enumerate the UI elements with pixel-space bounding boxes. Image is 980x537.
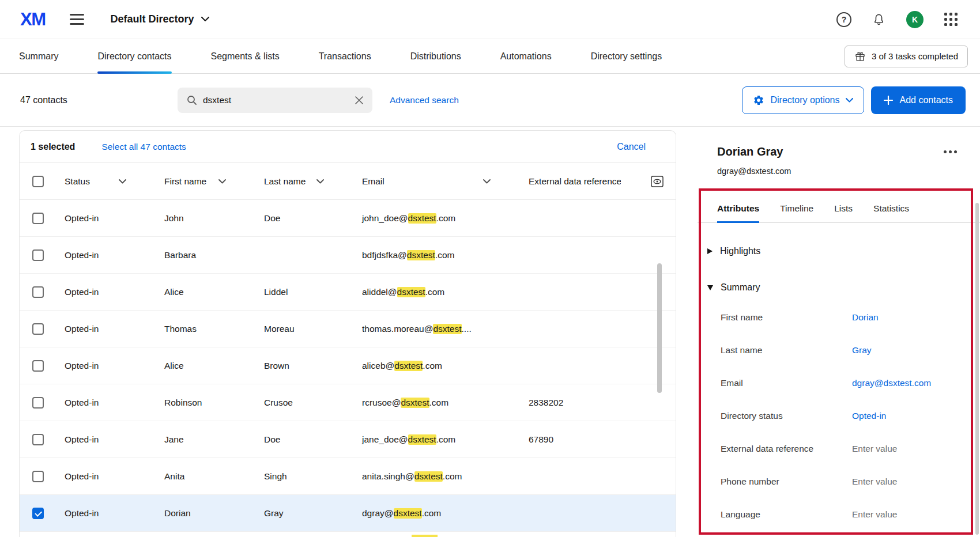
chevron-down-icon bbox=[201, 17, 209, 22]
attribute-value[interactable]: Opted-in bbox=[852, 411, 886, 421]
column-header-external-ref[interactable]: External data reference bbox=[516, 175, 676, 188]
contact-detail-panel: Dorian Gray dgray@dsxtest.com Attributes… bbox=[698, 130, 980, 537]
row-checkbox[interactable] bbox=[32, 249, 44, 261]
add-contacts-label: Add contacts bbox=[900, 95, 953, 105]
column-header-first-name[interactable]: First name bbox=[152, 176, 251, 187]
user-avatar[interactable]: K bbox=[906, 11, 924, 28]
expanded-triangle-icon bbox=[707, 285, 713, 290]
attribute-value[interactable]: Dorian bbox=[852, 312, 879, 323]
tab-automations[interactable]: Automations bbox=[500, 39, 552, 73]
cell-status: Opted-in bbox=[52, 471, 152, 482]
column-header-last-name[interactable]: Last name bbox=[251, 176, 349, 187]
table-row[interactable]: Opted-in Jane Doe jane_doe@dsxtest.com 6… bbox=[20, 421, 676, 458]
selection-bar: 1 selected Select all 47 contacts Cancel bbox=[20, 131, 676, 163]
attribute-value-empty[interactable]: Enter value bbox=[852, 444, 897, 454]
cancel-selection-link[interactable]: Cancel bbox=[617, 142, 646, 152]
panel-tab-lists[interactable]: Lists bbox=[834, 194, 853, 222]
select-all-checkbox[interactable] bbox=[32, 176, 44, 187]
search-box[interactable] bbox=[178, 88, 372, 113]
table-row[interactable]: Opted-in Barbara bdfjdsfka@dsxtest.com bbox=[20, 237, 676, 274]
column-header-status[interactable]: Status bbox=[52, 176, 152, 187]
table-row[interactable]: Opted-in Anita Singh anita.singh@dsxtest… bbox=[20, 458, 676, 495]
select-all-link[interactable]: Select all 47 contacts bbox=[101, 142, 186, 152]
search-highlight: dsxtest bbox=[394, 361, 423, 371]
search-input[interactable] bbox=[203, 95, 349, 105]
row-checkbox-checked[interactable] bbox=[32, 508, 44, 519]
column-header-email[interactable]: Email bbox=[349, 176, 516, 187]
row-checkbox[interactable] bbox=[32, 286, 44, 298]
row-checkbox[interactable] bbox=[32, 360, 44, 372]
attribute-row: First name Dorian bbox=[698, 301, 980, 334]
panel-tab-statistics[interactable]: Statistics bbox=[873, 194, 909, 222]
cell-email: thomas.moreau@dsxtest.... bbox=[349, 324, 516, 334]
hamburger-menu-icon[interactable] bbox=[70, 14, 84, 25]
cell-email: jane_doe@dsxtest.com bbox=[349, 434, 516, 445]
chevron-down-icon[interactable] bbox=[218, 179, 226, 184]
tab-summary[interactable]: Summary bbox=[19, 39, 58, 73]
search-highlight bbox=[412, 535, 438, 537]
column-visibility-icon[interactable] bbox=[650, 175, 664, 188]
tab-directory-contacts[interactable]: Directory contacts bbox=[97, 39, 171, 73]
contacts-table-card: 1 selected Select all 47 contacts Cancel… bbox=[19, 130, 676, 537]
attribute-value-empty[interactable]: Enter value bbox=[852, 509, 897, 520]
table-row[interactable]: Opted-in Robinson Crusoe rcrusoe@dsxtest… bbox=[20, 384, 676, 421]
cell-last-name: Liddel bbox=[251, 287, 349, 297]
section-summary[interactable]: Summary bbox=[698, 278, 980, 297]
tab-distributions[interactable]: Distributions bbox=[410, 39, 461, 73]
tab-transactions[interactable]: Transactions bbox=[319, 39, 371, 73]
apps-grid-icon[interactable] bbox=[944, 13, 958, 26]
chevron-down-icon[interactable] bbox=[119, 179, 126, 184]
advanced-search-link[interactable]: Advanced search bbox=[390, 95, 459, 105]
cell-first-name: John bbox=[152, 213, 251, 224]
clear-search-icon[interactable] bbox=[355, 96, 363, 104]
cell-first-name: Thomas bbox=[152, 324, 251, 334]
more-options-icon[interactable] bbox=[941, 148, 959, 156]
chevron-down-icon[interactable] bbox=[483, 179, 491, 184]
cell-last-name: Gray bbox=[251, 508, 349, 519]
cell-first-name: Jane bbox=[152, 434, 251, 445]
cell-status: Opted-in bbox=[52, 361, 152, 371]
row-checkbox[interactable] bbox=[32, 471, 44, 482]
attribute-value-empty[interactable]: Enter value bbox=[852, 477, 897, 487]
attribute-row: External data reference Enter value bbox=[698, 432, 980, 465]
contact-name: Dorian Gray bbox=[717, 145, 783, 158]
cell-last-name: Singh bbox=[251, 471, 349, 482]
cell-last-name: Crusoe bbox=[251, 398, 349, 408]
notifications-bell-icon[interactable] bbox=[872, 13, 885, 26]
row-checkbox[interactable] bbox=[32, 323, 44, 335]
directory-switcher[interactable]: Default Directory bbox=[111, 13, 209, 25]
xm-logo: XM bbox=[20, 9, 46, 30]
row-checkbox[interactable] bbox=[32, 397, 44, 409]
nav-tabs: Summary Directory contacts Segments & li… bbox=[19, 39, 662, 73]
top-bar: XM Default Directory ? K bbox=[0, 0, 980, 39]
cell-email: anita.singh@dsxtest.com bbox=[349, 471, 516, 482]
section-highlights[interactable]: Highlights bbox=[698, 241, 980, 261]
add-contacts-button[interactable]: Add contacts bbox=[871, 86, 966, 114]
tab-segments-lists[interactable]: Segments & lists bbox=[211, 39, 280, 73]
gift-icon bbox=[854, 51, 866, 62]
contacts-count: 47 contacts bbox=[20, 95, 178, 105]
help-icon[interactable]: ? bbox=[836, 12, 851, 27]
chevron-down-icon[interactable] bbox=[316, 179, 324, 184]
table-row[interactable]: Opted-in John Doe john_doe@dsxtest.com bbox=[20, 200, 676, 237]
cell-email: aliddel@dsxtest.com bbox=[349, 287, 516, 297]
page-scrollbar[interactable] bbox=[975, 203, 979, 535]
attribute-value[interactable]: Gray bbox=[852, 345, 872, 356]
row-checkbox[interactable] bbox=[32, 434, 44, 445]
search-highlight: dsxtest bbox=[397, 287, 425, 297]
table-scrollbar[interactable] bbox=[657, 263, 662, 393]
table-row[interactable]: Opted-in Thomas Moreau thomas.moreau@dsx… bbox=[20, 311, 676, 347]
table-row-selected[interactable]: Opted-in Dorian Gray dgray@dsxtest.com bbox=[20, 495, 676, 532]
attribute-value[interactable]: dgray@dsxtest.com bbox=[852, 378, 931, 388]
table-row[interactable]: Opted-in Alice Brown aliceb@dsxtest.com bbox=[20, 347, 676, 384]
table-row[interactable]: Opted-in Alice Liddel aliddel@dsxtest.co… bbox=[20, 274, 676, 311]
row-checkbox[interactable] bbox=[32, 213, 44, 224]
plus-icon bbox=[884, 96, 893, 105]
panel-tab-timeline[interactable]: Timeline bbox=[780, 194, 813, 222]
panel-tab-attributes[interactable]: Attributes bbox=[717, 194, 759, 222]
tab-directory-settings[interactable]: Directory settings bbox=[591, 39, 662, 73]
tasks-completed-button[interactable]: 3 of 3 tasks completed bbox=[845, 46, 968, 67]
cell-first-name: Barbara bbox=[152, 250, 251, 260]
directory-options-button[interactable]: Directory options bbox=[742, 86, 864, 114]
gear-icon bbox=[753, 94, 764, 106]
